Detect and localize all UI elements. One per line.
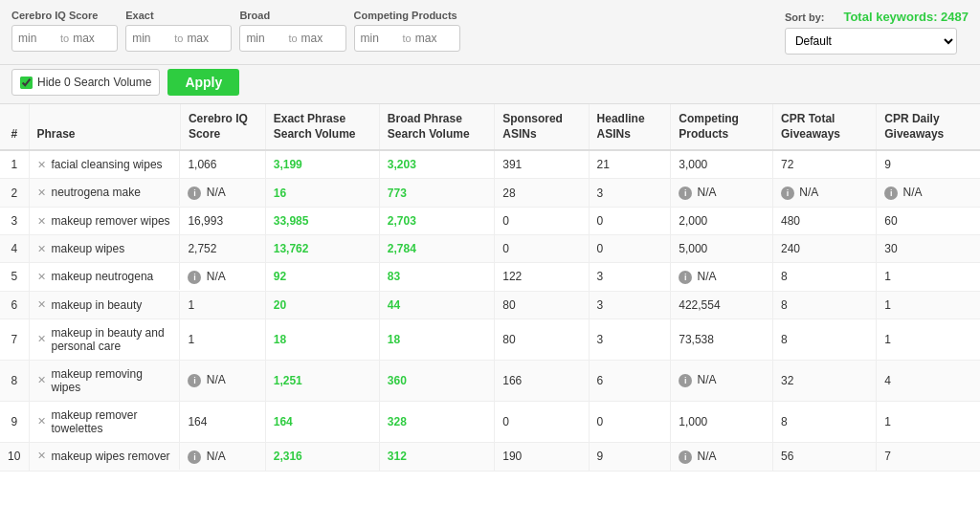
row-sponsored: 0 xyxy=(495,401,589,442)
info-icon: i xyxy=(188,450,201,464)
filter-group-competing: Competing Productsto xyxy=(354,10,460,52)
phrase-text: facial cleansing wipes xyxy=(52,158,163,171)
row-phrase: ✕facial cleansing wipes xyxy=(30,151,181,178)
row-remove-icon[interactable]: ✕ xyxy=(37,450,46,462)
table-row: 4✕makeup wipes2,75213,7622,784005,000240… xyxy=(0,235,980,263)
filter-label-exact: Exact xyxy=(125,10,232,21)
row-exact: 13,762 xyxy=(265,235,379,263)
col-header-phrase: Phrase xyxy=(29,104,180,150)
row-cpr-total: 56 xyxy=(772,442,876,471)
phrase-text: makeup remover towelettes xyxy=(52,408,172,435)
filter-max-competing[interactable] xyxy=(415,32,454,45)
row-competing: 73,538 xyxy=(671,318,773,360)
row-number: 9 xyxy=(0,401,29,442)
info-icon: i xyxy=(884,187,898,200)
row-remove-icon[interactable]: ✕ xyxy=(37,159,46,171)
filter-min-exact[interactable] xyxy=(132,32,170,45)
apply-button[interactable]: Apply xyxy=(167,69,239,96)
row-cpr-daily: 60 xyxy=(877,208,980,235)
row-headline: 21 xyxy=(589,150,671,179)
row-broad: 2,784 xyxy=(379,235,494,263)
row-cpr-daily: 1 xyxy=(877,318,980,360)
col-header-cpr-daily: CPR Daily Giveaways xyxy=(877,104,980,150)
row-headline: 0 xyxy=(589,401,671,442)
row-exact: 1,251 xyxy=(265,360,379,401)
row-remove-icon[interactable]: ✕ xyxy=(37,243,46,255)
filter-max-cerebro-iq[interactable] xyxy=(73,32,111,45)
row-remove-icon[interactable]: ✕ xyxy=(37,215,46,228)
row-cpr-total: 8 xyxy=(772,291,876,318)
filter-to-competing: to xyxy=(403,33,412,44)
row-sponsored: 0 xyxy=(495,208,589,235)
filter-range-cerebro-iq: to xyxy=(11,25,118,52)
row-cpr-daily: 1 xyxy=(877,291,980,318)
row-broad: 312 xyxy=(379,442,494,471)
row-remove-icon[interactable]: ✕ xyxy=(37,415,46,428)
row-cpr-daily: 4 xyxy=(877,360,980,401)
row-competing: i N/A xyxy=(671,360,773,401)
hide-zero-input[interactable] xyxy=(20,77,33,89)
row-remove-icon[interactable]: ✕ xyxy=(37,298,46,311)
row-broad: 360 xyxy=(379,360,494,401)
row-cpr-daily: 1 xyxy=(877,401,980,442)
row-remove-icon[interactable]: ✕ xyxy=(37,271,46,283)
row-cpr-total: 480 xyxy=(772,208,876,235)
filter-min-competing[interactable] xyxy=(361,32,399,45)
hide-zero-checkbox[interactable]: Hide 0 Search Volume xyxy=(11,69,160,96)
filter-to-exact: to xyxy=(174,33,183,44)
filter-range-broad: to xyxy=(239,25,345,52)
filter-min-broad[interactable] xyxy=(246,32,284,45)
row-sponsored: 0 xyxy=(495,235,589,263)
row-competing: 3,000 xyxy=(671,150,773,179)
filter-min-cerebro-iq[interactable] xyxy=(18,32,56,45)
row-cerebro: 1 xyxy=(180,318,265,360)
filter-group-cerebro-iq: Cerebro IQ Scoreto xyxy=(11,10,118,52)
row-cpr-daily: 1 xyxy=(877,263,980,292)
row-cerebro: i N/A xyxy=(180,263,265,292)
filter-max-broad[interactable] xyxy=(301,32,340,45)
row-remove-icon[interactable]: ✕ xyxy=(37,333,46,345)
col-header-competing: Competing Products xyxy=(671,104,773,150)
col-header-broad-phrase: Broad Phrase Search Volume xyxy=(379,104,494,150)
col-header-cpr-total: CPR Total Giveaways xyxy=(772,104,876,150)
row-cpr-total: 240 xyxy=(772,235,876,263)
row-cpr-daily: 30 xyxy=(877,235,980,263)
row-cerebro: i N/A xyxy=(180,442,265,471)
row-broad: 2,703 xyxy=(379,208,494,235)
row-phrase: ✕makeup in beauty xyxy=(30,292,181,318)
phrase-text: neutrogena make xyxy=(52,186,141,199)
row-exact: 16 xyxy=(265,179,379,208)
row-cpr-total: 8 xyxy=(772,263,876,292)
row-number: 4 xyxy=(0,235,29,263)
filter-max-exact[interactable] xyxy=(187,32,225,45)
row-competing: i N/A xyxy=(671,179,773,208)
row-number: 2 xyxy=(0,179,29,208)
row-cerebro: 1,066 xyxy=(180,150,265,179)
row-cpr-total: 72 xyxy=(772,150,876,179)
row-exact: 20 xyxy=(265,291,379,318)
table-row: 10✕makeup wipes removeri N/A2,3163121909… xyxy=(0,442,980,471)
row-number: 7 xyxy=(0,318,29,360)
sort-select[interactable]: DefaultCerebro IQ ScoreExact Phrase Sear… xyxy=(785,28,957,55)
row-competing: 1,000 xyxy=(671,401,773,442)
row-number: 1 xyxy=(0,150,29,179)
row-remove-icon[interactable]: ✕ xyxy=(37,187,46,199)
table-row: 1✕facial cleansing wipes1,0663,1993,2033… xyxy=(0,150,980,179)
phrase-text: makeup in beauty and personal care xyxy=(52,326,172,353)
phrase-text: makeup remover wipes xyxy=(52,214,170,228)
row-headline: 0 xyxy=(589,208,671,235)
row-remove-icon[interactable]: ✕ xyxy=(37,374,46,386)
phrase-text: makeup in beauty xyxy=(52,298,143,312)
col-header-row-num: # xyxy=(0,104,29,150)
row-phrase: ✕makeup in beauty and personal care xyxy=(30,319,181,360)
row-broad: 83 xyxy=(379,263,494,292)
row-cerebro: 16,993 xyxy=(180,208,265,235)
table-row: 2✕neutrogena makei N/A16773283i N/Ai N/A… xyxy=(0,179,980,208)
table-row: 8✕makeup removing wipesi N/A1,2513601666… xyxy=(0,360,980,401)
table-row: 7✕makeup in beauty and personal care1181… xyxy=(0,318,980,360)
row-sponsored: 122 xyxy=(495,263,589,292)
col-header-headline: Headline ASINs xyxy=(589,104,671,150)
table-row: 5✕makeup neutrogenai N/A92831223i N/A81 xyxy=(0,263,980,292)
filter-label-competing: Competing Products xyxy=(354,10,460,21)
row-broad: 773 xyxy=(379,179,494,208)
